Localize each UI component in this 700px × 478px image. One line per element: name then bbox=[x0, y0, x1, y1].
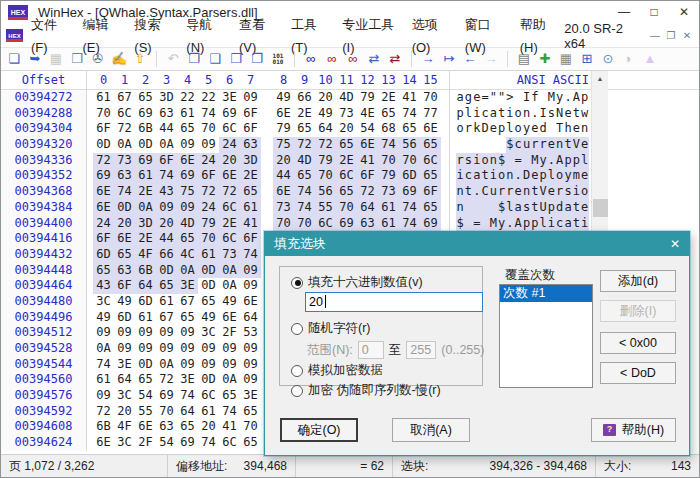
ascii-char[interactable]: p bbox=[456, 106, 464, 122]
ascii-char[interactable]: o bbox=[514, 106, 522, 122]
hex-byte[interactable]: 43 bbox=[156, 184, 177, 200]
hex-byte[interactable]: 67 bbox=[177, 294, 198, 310]
hex-byte[interactable]: 09 bbox=[93, 325, 114, 341]
hex-byte[interactable]: 6C bbox=[198, 388, 219, 404]
hex-byte[interactable]: 70 bbox=[198, 231, 219, 247]
hex-byte[interactable]: 74 bbox=[219, 404, 240, 420]
radio-fill-hex[interactable]: 填充十六进制数值(v) bbox=[291, 274, 423, 291]
hex-byte[interactable]: 3D bbox=[156, 90, 177, 106]
ascii-char[interactable]: . bbox=[547, 153, 555, 169]
hex-byte[interactable]: 49 bbox=[219, 294, 240, 310]
hex-byte[interactable]: 2E bbox=[336, 153, 357, 169]
hex-byte[interactable]: 70 bbox=[156, 404, 177, 420]
ascii-char[interactable] bbox=[497, 137, 505, 153]
remove-button[interactable]: 删除(I) bbox=[600, 300, 676, 322]
hex-byte[interactable]: 6D bbox=[399, 168, 420, 184]
hex-byte[interactable]: 09 bbox=[198, 341, 219, 357]
hex-byte[interactable]: 09 bbox=[93, 388, 114, 404]
hex-byte[interactable]: 49 bbox=[114, 294, 135, 310]
hex-byte[interactable]: 75 bbox=[273, 137, 294, 153]
copy-icon[interactable]: ❐ bbox=[185, 50, 203, 68]
add-button[interactable]: 添加(d) bbox=[600, 270, 676, 292]
hex-byte[interactable]: 6F bbox=[240, 231, 261, 247]
ascii-char[interactable] bbox=[539, 90, 547, 106]
hex-byte[interactable]: 09 bbox=[114, 341, 135, 357]
hex-byte[interactable]: 72 bbox=[294, 137, 315, 153]
hex-byte[interactable]: 64 bbox=[177, 404, 198, 420]
ascii-char[interactable]: p bbox=[547, 200, 555, 216]
hex-byte[interactable]: 6C bbox=[336, 168, 357, 184]
hex-byte[interactable]: 74 bbox=[294, 184, 315, 200]
gallery-icon[interactable]: ◗ bbox=[620, 50, 638, 68]
hex-byte[interactable]: 55 bbox=[315, 200, 336, 216]
radio-encrypt-slow[interactable]: 加密 伪随即序列数-慢(r) bbox=[291, 382, 441, 399]
ascii-char[interactable]: a bbox=[564, 216, 572, 232]
hex-byte[interactable]: 70 bbox=[315, 168, 336, 184]
hex-byte[interactable]: 70 bbox=[273, 216, 294, 232]
document-logo-icon[interactable]: HEX bbox=[6, 29, 23, 42]
hex-byte[interactable]: 69 bbox=[219, 106, 240, 122]
undo-icon[interactable]: ↶ bbox=[164, 50, 182, 68]
ascii-char[interactable]: i bbox=[572, 184, 580, 200]
ascii-char[interactable]: U bbox=[539, 200, 547, 216]
ascii-char[interactable]: p bbox=[564, 153, 572, 169]
ascii-char[interactable]: > bbox=[506, 90, 514, 106]
ascii-char[interactable]: y bbox=[556, 90, 564, 106]
hex-byte[interactable]: 20 bbox=[219, 153, 240, 169]
ascii-char[interactable]: t bbox=[531, 200, 539, 216]
properties-icon[interactable]: ✍ bbox=[110, 50, 128, 68]
hex-byte[interactable]: 6B bbox=[135, 263, 156, 279]
passes-listbox[interactable]: 次数 #1 bbox=[499, 284, 593, 388]
ascii-char[interactable]: l bbox=[539, 216, 547, 232]
replace-icon[interactable]: ⇄ bbox=[365, 50, 383, 68]
ascii-char[interactable]: I bbox=[522, 90, 530, 106]
ascii-char[interactable]: r bbox=[497, 184, 505, 200]
ascii-char[interactable]: $ bbox=[497, 200, 505, 216]
hex-byte[interactable]: 3E bbox=[177, 278, 198, 294]
hex-byte[interactable]: 61 bbox=[198, 247, 219, 263]
ascii-char[interactable]: $ bbox=[497, 153, 505, 169]
hex-byte[interactable]: 09 bbox=[240, 357, 261, 373]
ascii-char[interactable]: h bbox=[564, 121, 572, 137]
ascii-char[interactable]: u bbox=[522, 137, 530, 153]
ascii-char[interactable]: d bbox=[556, 200, 564, 216]
hex-byte[interactable]: 09 bbox=[114, 325, 135, 341]
dod-button[interactable]: < DoD bbox=[600, 362, 676, 384]
hex-byte[interactable]: 74 bbox=[240, 247, 261, 263]
hex-byte[interactable]: 73 bbox=[114, 153, 135, 169]
hex-byte[interactable]: 09 bbox=[240, 341, 261, 357]
dialog-title-bar[interactable]: 填充选块 ✕ bbox=[265, 232, 689, 256]
hex-byte[interactable]: 22 bbox=[198, 90, 219, 106]
hex-byte[interactable]: 6C bbox=[315, 216, 336, 232]
scroll-up-arrow-icon[interactable]: ▲ bbox=[592, 71, 608, 87]
hex-byte[interactable]: 24 bbox=[198, 153, 219, 169]
ascii-char[interactable]: e bbox=[531, 121, 539, 137]
ascii-char[interactable]: r bbox=[556, 184, 564, 200]
ascii-char[interactable]: f bbox=[531, 90, 539, 106]
ascii-char[interactable]: . bbox=[473, 184, 481, 200]
hex-byte[interactable]: 65 bbox=[420, 137, 441, 153]
hex-byte[interactable]: 0A bbox=[219, 372, 240, 388]
hex-byte[interactable]: 65 bbox=[240, 184, 261, 200]
hex-byte[interactable]: 0A bbox=[156, 357, 177, 373]
ascii-char[interactable]: n bbox=[506, 168, 514, 184]
hex-byte[interactable]: 64 bbox=[240, 310, 261, 326]
hex-byte[interactable]: 6E bbox=[114, 231, 135, 247]
paste-icon[interactable]: ❑ bbox=[206, 50, 224, 68]
hex-byte[interactable]: 4D bbox=[294, 153, 315, 169]
dialog-close-icon[interactable]: ✕ bbox=[660, 237, 680, 251]
ascii-char[interactable]: i bbox=[580, 216, 588, 232]
ascii-char[interactable]: e bbox=[580, 137, 588, 153]
clipboard-icon[interactable]: ❒ bbox=[227, 50, 245, 68]
ascii-char[interactable]: n bbox=[522, 106, 530, 122]
hex-byte[interactable]: 73 bbox=[219, 247, 240, 263]
ascii-char[interactable]: i bbox=[489, 168, 497, 184]
ascii-char[interactable]: N bbox=[556, 106, 564, 122]
ascii-char[interactable]: i bbox=[506, 106, 514, 122]
ascii-char[interactable]: A bbox=[556, 153, 564, 169]
hex-byte[interactable]: 6F bbox=[240, 106, 261, 122]
ascii-char[interactable]: t bbox=[572, 106, 580, 122]
hex-byte[interactable]: 73 bbox=[273, 200, 294, 216]
hex-byte[interactable]: 64 bbox=[135, 278, 156, 294]
hex-byte[interactable]: 63 bbox=[156, 106, 177, 122]
